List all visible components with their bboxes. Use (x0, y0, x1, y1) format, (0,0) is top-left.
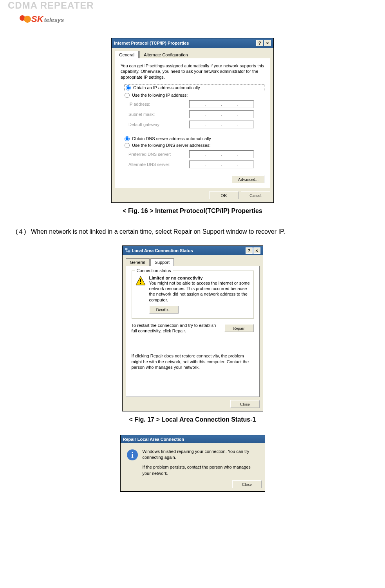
help-button[interactable]: ? (256, 40, 263, 46)
close-button[interactable]: × (264, 40, 271, 46)
warning-body: You might not be able to access the Inte… (149, 280, 250, 303)
dialog-titlebar: Local Area Connection Status ? × (123, 246, 263, 255)
connection-status-dialog: Local Area Connection Status ? × General… (122, 245, 263, 411)
note-text: If clicking Repair does not restore conn… (132, 353, 254, 370)
help-button[interactable]: ? (246, 247, 253, 254)
radio-obtain-ip-input[interactable] (126, 85, 131, 90)
tab-support[interactable]: Support (150, 258, 174, 266)
field-ip-address: IP address: ... (128, 100, 264, 108)
titlebar-text: Internet Protocol (TCP/IP) Properties (114, 41, 189, 45)
info-icon: i (126, 449, 139, 461)
dialog-titlebar: Internet Protocol (TCP/IP) Properties ? … (112, 38, 273, 48)
svg-rect-2 (125, 248, 127, 250)
tcpip-properties-dialog: Internet Protocol (TCP/IP) Properties ? … (111, 38, 274, 203)
logo-text: SK telesys (31, 14, 64, 24)
ip-address-input[interactable]: ... (189, 100, 254, 108)
repair-line1: Windows finished repairing your connecti… (143, 449, 259, 461)
field-subnet-mask: Subnet mask: ... (128, 110, 264, 118)
field-default-gateway: Default gateway: ... (128, 121, 264, 128)
svg-rect-3 (128, 251, 130, 252)
radio-use-dns[interactable]: Use the following DNS server addresses: (125, 143, 264, 148)
fig16-caption: < Fig. 16 > Internet Protocol(TCP/IP) Pr… (8, 207, 377, 215)
logo-telesys: telesys (44, 16, 64, 23)
fieldset-title: Connection status (135, 268, 173, 273)
dialog-titlebar: Repair Local Area Connection (121, 435, 265, 443)
radio-use-dns-input[interactable] (125, 143, 130, 148)
field-alternate-dns: Alternate DNS server: ... (128, 161, 264, 168)
details-button[interactable]: Details... (149, 306, 179, 314)
ok-button[interactable]: OK (209, 191, 239, 199)
tab-general[interactable]: General (115, 51, 139, 58)
preferred-dns-input[interactable]: ... (189, 150, 254, 158)
advanced-button[interactable]: Advanced... (232, 175, 264, 183)
logo-icon (20, 15, 31, 23)
svg-text:!: ! (139, 278, 141, 285)
repair-dialog: Repair Local Area Connection i Windows f… (120, 435, 265, 492)
warning-title: Limited or no connectivity (149, 276, 250, 280)
repair-button[interactable]: Repair (224, 324, 254, 332)
close-button[interactable]: × (253, 247, 260, 254)
gateway-input[interactable]: ... (189, 121, 254, 128)
radio-use-ip-input[interactable] (125, 93, 130, 98)
radio-obtain-dns-input[interactable] (125, 136, 130, 141)
network-icon (125, 247, 130, 254)
page-header-title: CDMA REPEATER (8, 0, 377, 11)
header-divider (8, 26, 377, 26)
fig17-caption: < Fig. 17 > Local Area Connection Status… (8, 416, 377, 423)
subnet-mask-input[interactable]: ... (189, 110, 254, 118)
repair-text: To restart the connection and try to est… (132, 323, 218, 334)
svg-text:i: i (131, 451, 134, 459)
cancel-button[interactable]: Cancel (241, 191, 270, 199)
svg-point-1 (24, 16, 31, 23)
close-button[interactable]: Close (232, 480, 262, 488)
logo: SK telesys (20, 14, 377, 24)
alternate-dns-input[interactable]: ... (189, 161, 254, 168)
tab-general[interactable]: General (126, 258, 150, 266)
titlebar-text: Local Area Connection Status (132, 248, 193, 253)
radio-obtain-dns[interactable]: Obtain DNS server address automatically (125, 136, 264, 141)
logo-sk: SK (31, 14, 43, 24)
repair-line2: If the problem persists, contact the per… (143, 464, 259, 476)
step4-text: (４) When network is not linked in a cert… (16, 226, 369, 238)
warning-icon: ! (135, 276, 146, 287)
dialog-description: You can get IP settings assigned automat… (121, 63, 264, 80)
tab-alternate-config[interactable]: Alternate Configuration (139, 51, 192, 58)
field-preferred-dns: Preferred DNS server: ... (128, 150, 264, 158)
close-button[interactable]: Close (230, 400, 260, 408)
radio-use-ip[interactable]: Use the following IP address: (125, 93, 264, 98)
titlebar-text: Repair Local Area Connection (123, 437, 184, 442)
radio-obtain-ip[interactable]: Obtain an IP address automatically (125, 85, 264, 91)
